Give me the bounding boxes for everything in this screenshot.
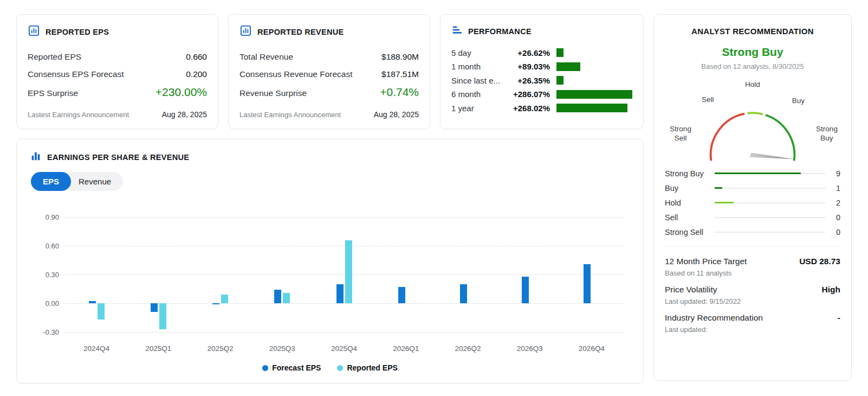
industry-recommendation-note: Last updated: [665, 325, 840, 334]
chart-title: EARNINGS PER SHARE & REVENUE [47, 153, 189, 162]
x-axis-label: 2026Q1 [393, 344, 419, 353]
forecast-eps-bar[interactable] [151, 303, 158, 312]
performance-row: Since last e... +26.35% [451, 76, 632, 85]
y-axis-tick: 0.90 [34, 213, 59, 221]
left-column: REPORTED EPS Reported EPS 0.660 Consensu… [16, 14, 644, 381]
distribution-track [715, 217, 825, 218]
reported-eps-dot-icon [337, 365, 343, 371]
period-change-value: +26.35% [503, 76, 550, 85]
period-change-value: +286.07% [503, 90, 550, 99]
x-axis-label: 2026Q2 [455, 344, 481, 353]
period-change-value: +268.02% [503, 104, 550, 113]
forecast-eps-bar[interactable] [336, 284, 344, 303]
distribution-track [715, 173, 825, 174]
distribution-label: Hold [665, 199, 712, 207]
analyst-recommendation-card: ANALYST RECOMMENDATION Strong Buy Based … [653, 14, 852, 381]
chart-tabs: EPS Revenue [31, 172, 630, 191]
legend-item-forecast-eps[interactable]: Forecast EPS [262, 363, 321, 372]
period-label: Since last e... [451, 76, 503, 85]
forecast-eps-bar[interactable] [522, 277, 529, 303]
distribution-count: 2 [832, 199, 840, 207]
reported-eps-bar[interactable] [345, 240, 352, 303]
revenue-surprise-value: +0.74% [380, 86, 419, 99]
row-label: Revenue Surprise [239, 88, 307, 98]
distribution-label: Sell [665, 213, 712, 222]
gridline [66, 303, 623, 304]
row-label: Consensus EPS Forecast [28, 69, 124, 79]
tab-eps[interactable]: EPS [31, 172, 71, 191]
card-title: PERFORMANCE [468, 27, 532, 36]
row-label: EPS Surprise [28, 88, 78, 98]
chart-card-header: EARNINGS PER SHARE & REVENUE [30, 150, 630, 164]
gridline [66, 332, 623, 333]
distribution-count: 0 [832, 228, 840, 237]
y-axis-tick: 0.30 [34, 271, 59, 279]
distribution-fill [715, 202, 734, 203]
period-change-value: +89.03% [503, 62, 550, 71]
forecast-eps-bar[interactable] [460, 284, 467, 303]
period-label: 1 year [451, 104, 503, 113]
reported-eps-card: REPORTED EPS Reported EPS 0.660 Consensu… [16, 14, 218, 129]
distribution-row: Sell 0 [665, 213, 840, 222]
eps-row: Consensus EPS Forecast 0.200 [28, 69, 207, 79]
performance-bar [556, 62, 580, 71]
distribution-row: Hold 2 [665, 199, 840, 207]
gauge-arc-and-needle [690, 91, 815, 163]
distribution-track [715, 202, 825, 203]
row-value: 0.200 [186, 69, 207, 79]
industry-recommendation-row: Industry Recommendation - [665, 313, 840, 323]
period-change-value: +26.62% [503, 48, 550, 58]
performance-bar [556, 76, 563, 85]
tab-revenue[interactable]: Revenue [62, 172, 123, 191]
period-label: 1 month [451, 62, 503, 71]
report-chart-icon [239, 24, 252, 39]
x-axis-label: 2025Q4 [331, 344, 357, 353]
legend-item-reported-eps[interactable]: Reported EPS [337, 363, 397, 372]
reported-revenue-card: REPORTED REVENUE Total Revenue $188.90M … [228, 14, 430, 129]
forecast-eps-bar[interactable] [584, 264, 591, 303]
row-label: Lastest Earnings Announcement [239, 111, 341, 119]
distribution-row: Buy 1 [665, 184, 840, 193]
distribution-count: 0 [832, 213, 840, 222]
chart-legend: Forecast EPS Reported EPS [30, 363, 630, 372]
performance-row: 6 month +286.07% [451, 90, 632, 99]
x-axis-label: 2026Q4 [579, 344, 605, 353]
gridline [66, 217, 623, 218]
price-target-label: 12 Month Price Target [665, 257, 747, 266]
x-axis-label: 2025Q3 [269, 344, 295, 353]
gauge-label-strong-buy: Strong Buy [813, 125, 840, 143]
row-value: Aug 28, 2025 [374, 110, 419, 119]
performance-row: 1 month +89.03% [451, 62, 632, 71]
eps-revenue-chart-card: EARNINGS PER SHARE & REVENUE EPS Revenue… [16, 139, 644, 384]
volatility-note: Last updated: 9/15/2022 [665, 297, 840, 305]
y-axis-tick: 0.60 [34, 242, 59, 250]
revenue-surprise-row: Revenue Surprise +0.74% [239, 86, 419, 99]
performance-row: 5 day +26.62% [451, 48, 632, 58]
x-axis-label: 2025Q1 [145, 344, 171, 353]
summary-cards-row: REPORTED EPS Reported EPS 0.660 Consensu… [16, 14, 644, 129]
row-label: Consensus Revenue Forecast [239, 69, 353, 79]
revenue-row: Total Revenue $188.90M [239, 52, 419, 62]
analyst-card-title: ANALYST RECOMMENDATION [665, 27, 840, 36]
row-value: 0.660 [186, 52, 207, 62]
forecast-eps-bar[interactable] [398, 287, 405, 303]
reported-eps-bar[interactable] [159, 303, 166, 329]
row-value: $188.90M [381, 52, 419, 62]
x-axis-label: 2024Q4 [83, 344, 109, 353]
gridline [66, 274, 623, 275]
eps-row: Reported EPS 0.660 [28, 52, 207, 62]
distribution-track [715, 188, 825, 189]
revenue-row: Consensus Revenue Forecast $187.51M [239, 69, 419, 79]
reported-eps-bar[interactable] [283, 293, 290, 303]
row-label: Total Revenue [239, 52, 293, 62]
distribution-row: Strong Buy 9 [665, 169, 840, 178]
report-chart-icon [28, 24, 40, 39]
legend-label: Reported EPS [347, 363, 397, 372]
forecast-eps-bar[interactable] [274, 290, 281, 303]
reported-eps-bar[interactable] [98, 303, 105, 320]
forecast-eps-bar[interactable] [212, 303, 219, 304]
performance-bar [556, 104, 627, 112]
forecast-eps-bar[interactable] [89, 301, 96, 303]
performance-card: PERFORMANCE 5 day +26.62% 1 month +89.03… [440, 14, 644, 129]
reported-eps-bar[interactable] [221, 295, 228, 303]
